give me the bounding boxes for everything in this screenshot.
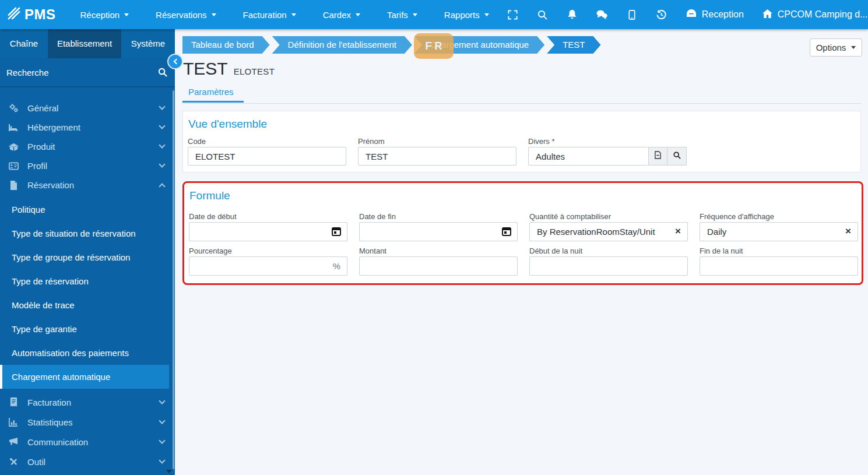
search-icon[interactable] xyxy=(158,68,167,79)
breadcrumb-definition-etablissement[interactable]: Définition de l'etablissement xyxy=(272,36,412,54)
clear-icon[interactable]: × xyxy=(675,226,681,237)
scroll-down-arrow-icon[interactable] xyxy=(166,470,172,473)
formule-section-highlighted: Formule Date de début Date de fin xyxy=(182,181,863,285)
menu-rapports[interactable]: Rapports xyxy=(444,10,489,20)
calendar-icon[interactable] xyxy=(332,227,341,236)
open-record-button[interactable] xyxy=(648,147,667,166)
date-debut-input[interactable] xyxy=(189,222,347,241)
sidebar-sections-bottom: Facturation Statistiques Communication xyxy=(0,392,175,472)
top-navbar: PMS Réception Réservations Facturation C… xyxy=(0,0,868,29)
sidebar-scrollbar[interactable] xyxy=(173,90,174,469)
chat-icon[interactable] xyxy=(596,10,608,19)
sidebar-item-communication[interactable]: Communication xyxy=(0,432,175,452)
sidebar-item-facturation[interactable]: Facturation xyxy=(0,392,175,412)
field-debut-nuit: Début de la nuit xyxy=(529,247,688,276)
overview-section: Vue d'ensemble Code Prénom Divers * xyxy=(182,111,861,173)
sidebar-item-modele-de-trace[interactable]: Modèle de trace xyxy=(0,293,175,317)
prenom-input[interactable] xyxy=(358,147,516,166)
code-input[interactable] xyxy=(188,147,346,166)
sidebar-item-statistiques[interactable]: Statistiques xyxy=(0,412,175,432)
caret-down-icon xyxy=(851,46,856,49)
sidebar-item-profil[interactable]: Profil xyxy=(0,156,175,175)
menu-cardex[interactable]: Cardex xyxy=(323,10,360,20)
caret-down-icon xyxy=(212,13,216,16)
menu-tarifs[interactable]: Tarifs xyxy=(387,10,417,20)
mobile-device-icon[interactable] xyxy=(626,10,638,20)
lookup-button[interactable] xyxy=(667,147,687,166)
chevron-down-icon xyxy=(159,397,165,404)
reservation-submenu: Politique Type de situation de réservati… xyxy=(0,198,175,389)
tab-etablissement[interactable]: Etablissement xyxy=(48,29,121,58)
options-button[interactable]: Options xyxy=(810,38,862,57)
field-label: Divers * xyxy=(528,137,687,147)
field-label: Date de début xyxy=(189,212,347,222)
sidebar-search[interactable]: Recherche xyxy=(0,58,175,87)
search-placeholder: Recherche xyxy=(6,68,49,78)
field-date-fin: Date de fin xyxy=(359,212,518,241)
sidebar-item-hebergement[interactable]: Hébergement xyxy=(0,118,175,137)
id-card-icon xyxy=(8,162,19,170)
pms-logo-icon xyxy=(7,6,22,23)
tab-parametres[interactable]: Paramètres xyxy=(182,87,244,103)
sidebar-item-type-reservation[interactable]: Type de réservation xyxy=(0,269,175,293)
calendar-icon[interactable] xyxy=(502,227,511,236)
frequence-combobox[interactable] xyxy=(700,222,858,241)
debut-nuit-input[interactable] xyxy=(529,256,688,276)
quantite-combobox[interactable] xyxy=(529,222,688,241)
clear-icon[interactable]: × xyxy=(845,226,851,237)
pms-app: PMS Réception Réservations Facturation C… xyxy=(0,0,868,475)
caret-down-icon xyxy=(124,13,129,16)
breadcrumb: Tableau de bord Définition de l'etabliss… xyxy=(182,36,601,54)
property-selector[interactable]: CPCOM Camping d... xyxy=(762,9,868,20)
montant-input[interactable] xyxy=(359,256,518,276)
sidebar-item-politique[interactable]: Politique xyxy=(0,198,175,221)
language-badge[interactable]: FR xyxy=(414,33,454,59)
history-icon[interactable] xyxy=(656,10,667,20)
field-quantite: Quantité à comptabiliser × xyxy=(529,212,688,241)
tab-chaine[interactable]: Chaîne xyxy=(0,29,48,58)
sidebar-item-produit[interactable]: Produit xyxy=(0,137,175,156)
tab-systeme[interactable]: Système xyxy=(121,29,175,58)
breadcrumb-test[interactable]: TEST xyxy=(547,36,600,54)
field-label: Pourcentage xyxy=(189,247,347,256)
menu-reception[interactable]: Réception xyxy=(80,10,129,20)
field-label: Fin de la nuit xyxy=(700,247,858,256)
breadcrumb-tableau-de-bord[interactable]: Tableau de bord xyxy=(182,36,270,54)
menu-reservations[interactable]: Réservations xyxy=(156,10,216,20)
chevron-down-icon xyxy=(159,161,165,167)
field-label: Début de la nuit xyxy=(529,247,688,256)
caret-down-icon xyxy=(291,13,296,16)
sidebar-item-outil[interactable]: Outil xyxy=(0,452,175,472)
formule-title: Formule xyxy=(189,189,862,202)
sidebar-item-type-groupe-reservation[interactable]: Type de groupe de réservation xyxy=(0,245,175,269)
field-frequence: Fréquence d'affichage × xyxy=(700,212,858,241)
tools-icon xyxy=(8,458,19,466)
sidebar-item-general[interactable]: Général xyxy=(0,98,175,118)
field-label: Quantité à comptabiliser xyxy=(529,212,688,222)
chevron-down-icon xyxy=(159,457,165,463)
divers-input[interactable] xyxy=(528,147,648,166)
fin-nuit-input[interactable] xyxy=(700,256,858,276)
sidebar-item-reservation[interactable]: Réservation xyxy=(0,175,175,195)
date-fin-input[interactable] xyxy=(359,222,518,241)
sidebar-item-type-de-garantie[interactable]: Type de garantie xyxy=(0,317,175,341)
menu-facturation[interactable]: Facturation xyxy=(243,10,296,20)
top-menu: Réception Réservations Facturation Carde… xyxy=(80,10,489,20)
reception-workstation[interactable]: Reception xyxy=(686,9,744,20)
sidebar-item-chargement-automatique[interactable]: Chargement automatique xyxy=(0,365,169,389)
field-label: Code xyxy=(188,137,346,147)
notifications-bell-icon[interactable] xyxy=(567,10,578,19)
search-icon[interactable] xyxy=(537,10,549,20)
pms-logo[interactable]: PMS xyxy=(7,6,56,23)
sidebar-item-type-situation-reservation[interactable]: Type de situation de réservation xyxy=(0,221,175,245)
pourcentage-input[interactable] xyxy=(189,256,347,276)
chevron-down-icon xyxy=(159,103,165,110)
gears-icon xyxy=(8,103,19,113)
main-content: Tableau de bord Définition de l'etabliss… xyxy=(175,29,868,475)
fullscreen-icon[interactable] xyxy=(507,10,519,20)
caret-down-icon xyxy=(356,13,360,16)
pms-logo-text: PMS xyxy=(24,6,56,23)
sidebar-item-automatisation-des-paiements[interactable]: Automatisation des paiements xyxy=(0,341,175,365)
inbox-tray-icon xyxy=(686,9,697,20)
sidebar-collapse-button[interactable] xyxy=(167,54,183,69)
